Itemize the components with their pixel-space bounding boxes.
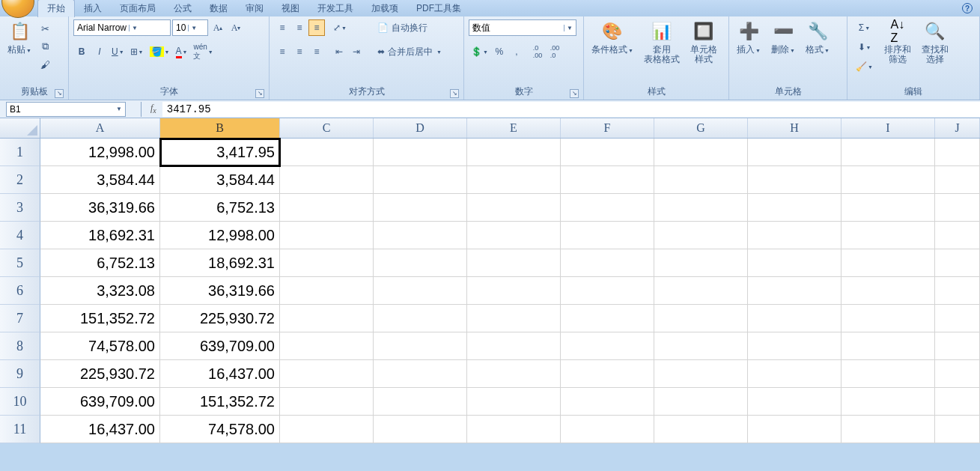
row-header-5[interactable]: 5	[0, 249, 40, 277]
font-color-button[interactable]: A▼	[173, 43, 189, 60]
column-header-J[interactable]: J	[935, 118, 980, 138]
cell-B11[interactable]: 74,578.00	[160, 416, 280, 443]
currency-button[interactable]: 💲▼	[469, 43, 490, 60]
cell-J7[interactable]	[935, 305, 980, 332]
table-format-button[interactable]: 📊 套用 表格格式	[639, 18, 684, 66]
tab-layout[interactable]: 页面布局	[111, 0, 165, 17]
cell-A5[interactable]: 6,752.13	[40, 249, 160, 277]
cell-G6[interactable]	[654, 277, 748, 305]
cell-E6[interactable]	[467, 277, 561, 305]
cell-J5[interactable]	[935, 249, 980, 277]
formula-input[interactable]: 3417.95	[162, 102, 980, 117]
cell-I3[interactable]	[841, 194, 935, 222]
align-center-button[interactable]: ≡	[291, 43, 308, 60]
cell-J4[interactable]	[935, 222, 980, 249]
conditional-format-button[interactable]: 🎨 条件格式▼	[587, 18, 638, 57]
cell-G1[interactable]	[654, 139, 748, 166]
cell-F9[interactable]	[561, 360, 654, 388]
cell-I11[interactable]	[841, 416, 935, 443]
cell-E11[interactable]	[467, 416, 561, 443]
cell-B2[interactable]: 3,584.44	[160, 166, 280, 194]
column-header-D[interactable]: D	[374, 118, 467, 138]
fill-color-button[interactable]: 🪣▼	[147, 43, 172, 60]
cell-H7[interactable]	[748, 305, 841, 332]
clipboard-launcher[interactable]: ↘	[55, 89, 64, 98]
cell-G10[interactable]	[654, 388, 748, 416]
delete-cells-button[interactable]: ➖ 删除▼	[767, 18, 800, 57]
row-header-1[interactable]: 1	[0, 139, 40, 166]
name-box[interactable]: B1 ▼	[6, 102, 126, 117]
cell-I4[interactable]	[841, 222, 935, 249]
cell-E8[interactable]	[467, 332, 561, 360]
cell-I8[interactable]	[841, 332, 935, 360]
column-header-B[interactable]: B	[160, 118, 280, 138]
cell-J8[interactable]	[935, 332, 980, 360]
cell-D9[interactable]	[374, 360, 467, 388]
increase-indent-button[interactable]: ⇥	[348, 43, 365, 60]
cell-C4[interactable]	[280, 222, 374, 249]
font-size-combo[interactable]: 10▼	[172, 19, 208, 36]
percent-button[interactable]: %	[491, 43, 508, 60]
office-button[interactable]	[1, 0, 34, 18]
row-header-4[interactable]: 4	[0, 222, 40, 249]
cell-C9[interactable]	[280, 360, 374, 388]
cell-C11[interactable]	[280, 416, 374, 443]
cell-I1[interactable]	[841, 139, 935, 166]
cell-B6[interactable]: 36,319.66	[160, 277, 280, 305]
align-left-button[interactable]: ≡	[274, 43, 290, 60]
cell-J2[interactable]	[935, 166, 980, 194]
cell-G8[interactable]	[654, 332, 748, 360]
cell-J6[interactable]	[935, 277, 980, 305]
cell-B4[interactable]: 12,998.00	[160, 222, 280, 249]
column-header-A[interactable]: A	[40, 118, 160, 138]
cell-G5[interactable]	[654, 249, 748, 277]
cell-F4[interactable]	[561, 222, 654, 249]
cell-J9[interactable]	[935, 360, 980, 388]
number-format-combo[interactable]: 数值▼	[469, 19, 576, 36]
decrease-decimal-button[interactable]: .00.0	[547, 43, 563, 60]
tab-home[interactable]: 开始	[37, 0, 75, 17]
tab-addins[interactable]: 加载项	[362, 0, 407, 17]
format-painter-button[interactable]: 🖌	[37, 57, 52, 72]
cell-A6[interactable]: 3,323.08	[40, 277, 160, 305]
format-cells-button[interactable]: 🔧 格式▼	[801, 18, 834, 57]
cell-E5[interactable]	[467, 249, 561, 277]
cell-B5[interactable]: 18,692.31	[160, 249, 280, 277]
cell-G11[interactable]	[654, 416, 748, 443]
number-launcher[interactable]: ↘	[570, 89, 579, 98]
italic-button[interactable]: I	[91, 43, 108, 60]
cell-I5[interactable]	[841, 249, 935, 277]
merge-center-button[interactable]: ⬌合并后居中▼	[375, 43, 457, 60]
cell-F11[interactable]	[561, 416, 654, 443]
cell-F10[interactable]	[561, 388, 654, 416]
row-header-9[interactable]: 9	[0, 360, 40, 388]
cell-F6[interactable]	[561, 277, 654, 305]
align-middle-button[interactable]: ≡	[291, 19, 308, 36]
increase-decimal-button[interactable]: .0.00	[529, 43, 546, 60]
row-header-7[interactable]: 7	[0, 305, 40, 332]
bold-button[interactable]: B	[73, 43, 90, 60]
tab-insert[interactable]: 插入	[75, 0, 111, 17]
cell-C6[interactable]	[280, 277, 374, 305]
decrease-indent-button[interactable]: ⇤	[331, 43, 347, 60]
cell-C5[interactable]	[280, 249, 374, 277]
cell-F7[interactable]	[561, 305, 654, 332]
cell-C10[interactable]	[280, 388, 374, 416]
column-header-I[interactable]: I	[841, 118, 935, 138]
name-box-arrow-icon[interactable]: ▼	[116, 106, 122, 112]
underline-button[interactable]: U▼	[109, 43, 127, 60]
font-launcher[interactable]: ↘	[255, 89, 264, 98]
cut-button[interactable]: ✂	[37, 21, 52, 36]
cell-H3[interactable]	[748, 194, 841, 222]
cell-B7[interactable]: 225,930.72	[160, 305, 280, 332]
cell-H5[interactable]	[748, 249, 841, 277]
cell-H11[interactable]	[748, 416, 841, 443]
align-right-button[interactable]: ≡	[308, 43, 325, 60]
cell-J3[interactable]	[935, 194, 980, 222]
column-header-G[interactable]: G	[654, 118, 748, 138]
cell-C1[interactable]	[280, 139, 374, 166]
cell-A4[interactable]: 18,692.31	[40, 222, 160, 249]
fx-icon[interactable]: fx	[144, 103, 162, 115]
cell-F3[interactable]	[561, 194, 654, 222]
cell-H2[interactable]	[748, 166, 841, 194]
